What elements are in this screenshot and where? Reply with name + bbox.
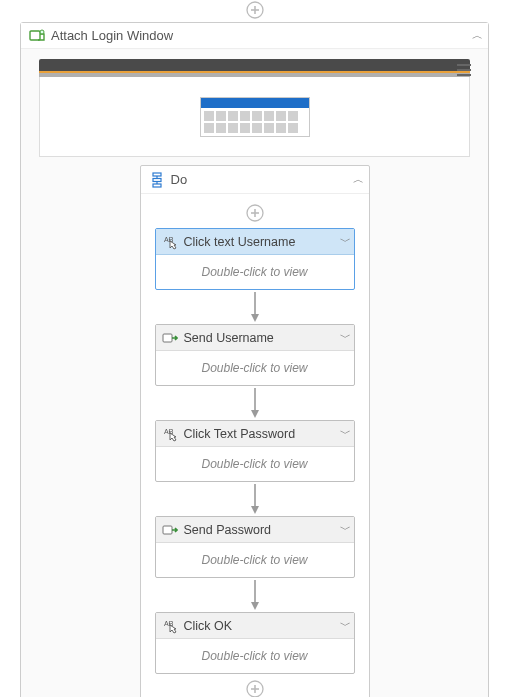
expand-icon[interactable]: ﹀ [340,618,348,633]
preview-login-dialog [200,97,310,137]
activity-body-hint[interactable]: Double-click to view [156,255,354,289]
click-text-icon: AB [162,234,178,250]
attach-window-activity[interactable]: Attach Login Window ︿ Do ︿ [20,22,489,697]
activity-header: Send Password ﹀ [156,517,354,543]
sequence-icon [149,172,165,188]
activity-body-hint[interactable]: Double-click to view [156,351,354,385]
add-activity-before-icon[interactable] [246,1,264,19]
svg-point-4 [40,30,44,34]
svg-marker-24 [251,602,259,610]
do-body: AB Click text Username ﹀ Double-click to… [141,194,369,697]
flow-arrow-icon [141,386,369,420]
attach-window-icon [29,28,45,44]
flow-arrow-icon [141,482,369,516]
activity-header: Send Username ﹀ [156,325,354,351]
activity-click-ok[interactable]: AB Click OK ﹀ Double-click to view [155,612,355,674]
activity-click-text-username[interactable]: AB Click text Username ﹀ Double-click to… [155,228,355,290]
expand-icon[interactable]: ﹀ [340,234,348,249]
svg-rect-3 [30,31,40,40]
activity-header: Attach Login Window ︿ [21,23,488,49]
svg-marker-15 [251,314,259,322]
flow-arrow-icon [141,578,369,612]
activity-header: AB Click Text Password ﹀ [156,421,354,447]
svg-rect-6 [153,178,161,181]
activity-send-username[interactable]: Send Username ﹀ Double-click to view [155,324,355,386]
do-sequence[interactable]: Do ︿ AB Click text Username ﹀ Double-cli… [140,165,370,697]
add-activity-icon[interactable] [246,204,264,222]
svg-rect-5 [153,173,161,176]
svg-marker-21 [251,506,259,514]
attached-window-preview [39,59,470,157]
collapse-icon[interactable]: ︿ [472,28,480,43]
click-text-icon: AB [162,426,178,442]
preview-titlebar [39,59,470,71]
svg-rect-22 [163,526,172,534]
activity-title: Click text Username [184,235,340,249]
activity-send-password[interactable]: Send Password ﹀ Double-click to view [155,516,355,578]
activity-header: AB Click OK ﹀ [156,613,354,639]
activity-body-hint[interactable]: Double-click to view [156,447,354,481]
svg-marker-18 [251,410,259,418]
activity-title: Attach Login Window [51,28,472,43]
activity-body-hint[interactable]: Double-click to view [156,543,354,577]
expand-icon[interactable]: ﹀ [340,330,348,345]
svg-rect-16 [163,334,172,342]
collapse-icon[interactable]: ︿ [353,172,361,187]
activity-title: Send Password [184,523,340,537]
options-menu-icon[interactable] [454,60,474,80]
activity-title: Click OK [184,619,340,633]
activity-header: AB Click text Username ﹀ [156,229,354,255]
activity-title: Click Text Password [184,427,340,441]
add-activity-icon[interactable] [246,680,264,697]
do-header: Do ︿ [141,166,369,194]
send-icon [162,330,178,346]
activity-title: Send Username [184,331,340,345]
click-text-icon: AB [162,618,178,634]
activity-body-hint[interactable]: Double-click to view [156,639,354,673]
svg-rect-7 [153,184,161,187]
activity-click-text-password[interactable]: AB Click Text Password ﹀ Double-click to… [155,420,355,482]
expand-icon[interactable]: ﹀ [340,522,348,537]
expand-icon[interactable]: ﹀ [340,426,348,441]
flow-arrow-icon [141,290,369,324]
send-icon [162,522,178,538]
do-title: Do [171,172,353,187]
